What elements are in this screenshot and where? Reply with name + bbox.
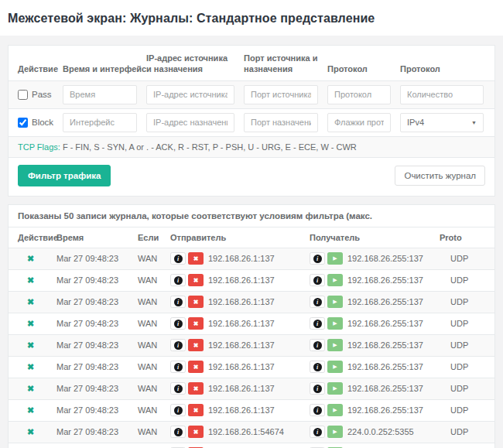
apply-filter-button[interactable]: Фильтр трафика — [18, 165, 111, 186]
destination-address: 192.168.26.255:137 — [347, 254, 423, 263]
log-rows: ✖ Mar 27 09:48:23 WAN i ✖ 192.168.26.1:1… — [9, 248, 494, 448]
source-info-icon[interactable]: i — [170, 361, 186, 373]
block-checkbox-label: Block — [32, 118, 53, 127]
time-filter-input[interactable] — [63, 85, 137, 104]
filter-col-protocol-2: Протокол — [400, 63, 484, 74]
table-row: ✖ Mar 27 09:48:23 WAN i ✖ 192.168.26.1:1… — [9, 399, 494, 421]
source-address: 192.168.26.1:137 — [208, 405, 275, 415]
play-icon[interactable]: ▶ — [327, 274, 343, 286]
delete-filter-x-icon[interactable]: ✖ — [27, 297, 34, 306]
filter-row-block: Block IPv4 ▼ — [9, 108, 494, 136]
source-address: 192.168.26.1:54674 — [208, 427, 284, 436]
destination-address: 192.168.26.255:137 — [347, 275, 423, 285]
destination-info-icon[interactable]: i — [310, 339, 325, 351]
delete-filter-x-icon[interactable]: ✖ — [27, 384, 34, 393]
filter-panel: Действие Время и интерфейс IP-адрес исто… — [8, 45, 495, 197]
source-info-icon[interactable]: i — [170, 252, 186, 265]
table-row: ✖ Mar 27 09:48:23 WAN i ✖ 192.168.26.1:5… — [9, 443, 494, 448]
play-icon[interactable]: ▶ — [327, 339, 343, 351]
log-interface: WAN — [138, 254, 170, 263]
block-x-icon[interactable]: ✖ — [188, 339, 204, 351]
destination-info-icon[interactable]: i — [310, 317, 325, 330]
play-icon[interactable]: ▶ — [327, 361, 343, 373]
block-x-icon[interactable]: ✖ — [188, 361, 204, 373]
filter-col-time-interface: Время и интерфейс — [63, 63, 137, 74]
tcp-flags-label: TCP Flags: — [18, 142, 60, 152]
log-time: Mar 27 09:48:23 — [56, 362, 138, 371]
destination-info-icon[interactable]: i — [310, 296, 325, 308]
interface-filter-input[interactable] — [63, 113, 137, 132]
source-info-icon[interactable]: i — [170, 296, 186, 308]
log-interface: WAN — [138, 384, 170, 393]
play-icon[interactable]: ▶ — [327, 426, 343, 438]
delete-filter-x-icon[interactable]: ✖ — [27, 319, 34, 328]
destination-info-icon[interactable]: i — [310, 274, 325, 286]
source-info-icon[interactable]: i — [170, 404, 186, 416]
source-address: 192.168.26.1:137 — [208, 340, 275, 350]
log-time: Mar 27 09:48:23 — [56, 275, 138, 285]
source-address: 192.168.26.1:137 — [208, 297, 275, 306]
ip-version-select[interactable]: IPv4 ▼ — [400, 113, 484, 132]
source-info-icon[interactable]: i — [170, 274, 186, 286]
play-icon[interactable]: ▶ — [327, 317, 343, 330]
source-ip-filter-input[interactable] — [146, 85, 234, 104]
log-proto: UDP — [440, 275, 485, 285]
destination-info-icon[interactable]: i — [310, 426, 325, 438]
play-icon[interactable]: ▶ — [327, 382, 343, 395]
table-row: ✖ Mar 27 09:48:23 WAN i ✖ 192.168.26.1:1… — [9, 378, 494, 399]
delete-filter-x-icon[interactable]: ✖ — [27, 275, 34, 285]
delete-filter-x-icon[interactable]: ✖ — [27, 405, 34, 415]
log-col-time: Время — [56, 233, 138, 242]
log-proto: UDP — [440, 254, 485, 263]
quantity-filter-input[interactable] — [400, 85, 484, 104]
protocol-flags-filter-input[interactable] — [327, 113, 391, 132]
delete-filter-x-icon[interactable]: ✖ — [27, 340, 34, 350]
protocol-filter-input[interactable] — [327, 85, 391, 104]
source-port-filter-input[interactable] — [244, 85, 318, 104]
log-proto: UDP — [440, 297, 485, 306]
delete-filter-x-icon[interactable]: ✖ — [27, 427, 34, 436]
block-x-icon[interactable]: ✖ — [188, 382, 204, 395]
play-icon[interactable]: ▶ — [327, 252, 343, 265]
filter-col-port: Порт источника и назначения — [244, 53, 318, 75]
log-panel: Показаны 50 записи журнала, которые соот… — [8, 204, 495, 448]
tcp-flags-text: F - FIN, S - SYN, A or . - ACK, R - RST,… — [63, 142, 357, 152]
destination-address: 192.168.26.255:137 — [347, 319, 423, 328]
log-proto: UDP — [440, 405, 485, 415]
destination-address: 192.168.26.255:137 — [347, 384, 423, 393]
pass-checkbox[interactable] — [18, 90, 28, 100]
block-x-icon[interactable]: ✖ — [188, 426, 204, 438]
source-info-icon[interactable]: i — [170, 339, 186, 351]
log-col-interface: Если — [138, 233, 170, 242]
destination-info-icon[interactable]: i — [310, 382, 325, 395]
log-interface: WAN — [138, 362, 170, 371]
block-x-icon[interactable]: ✖ — [188, 274, 204, 286]
source-info-icon[interactable]: i — [170, 426, 186, 438]
log-time: Mar 27 09:48:23 — [56, 427, 138, 436]
destination-info-icon[interactable]: i — [310, 252, 325, 265]
block-checkbox[interactable] — [18, 118, 28, 128]
delete-filter-x-icon[interactable]: ✖ — [27, 254, 34, 263]
play-icon[interactable]: ▶ — [327, 296, 343, 308]
table-row: ✖ Mar 27 09:48:23 WAN i ✖ 192.168.26.1:1… — [9, 356, 494, 378]
block-x-icon[interactable]: ✖ — [188, 296, 204, 308]
block-x-icon[interactable]: ✖ — [188, 404, 204, 416]
destination-info-icon[interactable]: i — [310, 361, 325, 373]
block-x-icon[interactable]: ✖ — [188, 252, 204, 265]
source-address: 192.168.26.1:137 — [208, 362, 275, 371]
delete-filter-x-icon[interactable]: ✖ — [27, 362, 34, 371]
table-row: ✖ Mar 27 09:48:23 WAN i ✖ 192.168.26.1:1… — [9, 313, 494, 334]
destination-ip-filter-input[interactable] — [146, 113, 234, 132]
destination-address: 192.168.26.255:137 — [347, 362, 423, 371]
source-address: 192.168.26.1:137 — [208, 319, 275, 328]
source-info-icon[interactable]: i — [170, 382, 186, 395]
block-x-icon[interactable]: ✖ — [188, 317, 204, 330]
log-proto: UDP — [440, 362, 485, 371]
destination-port-filter-input[interactable] — [244, 113, 318, 132]
clear-log-button[interactable]: Очистить журнал — [395, 166, 485, 186]
destination-info-icon[interactable]: i — [310, 404, 325, 416]
play-icon[interactable]: ▶ — [327, 404, 343, 416]
log-proto: UDP — [440, 427, 485, 436]
log-interface: WAN — [138, 340, 170, 350]
source-info-icon[interactable]: i — [170, 317, 186, 330]
